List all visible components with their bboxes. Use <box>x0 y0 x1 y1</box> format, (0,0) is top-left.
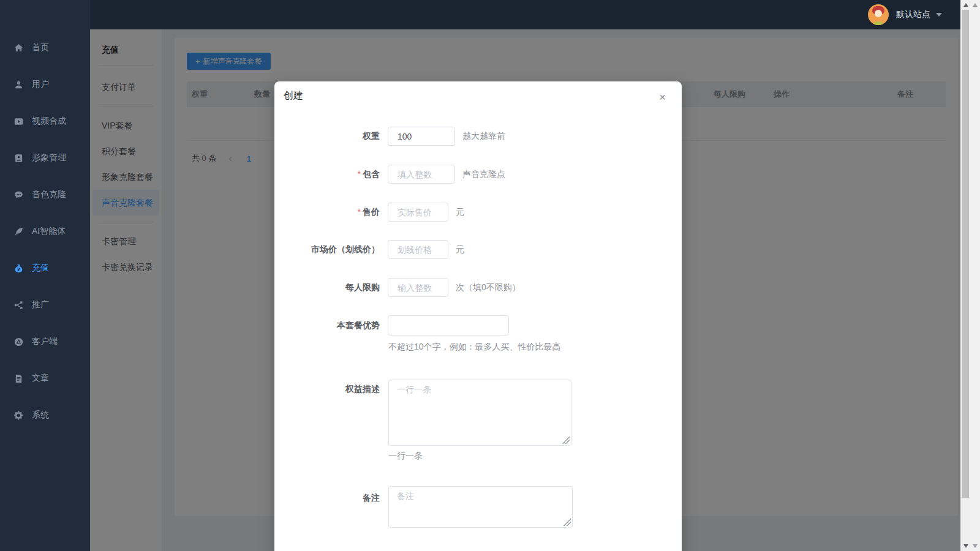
scroll-up-icon[interactable] <box>973 3 978 7</box>
form-row-purchase-limit: 每人限购 次（填0不限购） <box>274 278 682 297</box>
close-icon[interactable]: × <box>659 91 666 103</box>
sidebar-item-ai-agent[interactable]: AI智能体 <box>0 213 90 250</box>
resize-handle-icon[interactable] <box>564 519 571 526</box>
purchase-limit-input[interactable] <box>388 278 448 297</box>
market-price-hint: 元 <box>456 244 464 255</box>
site-selector-label[interactable]: 默认站点 <box>896 9 930 20</box>
sidebar-item-articles[interactable]: 文章 <box>0 360 90 397</box>
create-dialog: 创建 × 权重 越大越靠前 *包含 声音克隆点 *售价 元 市场价（划线价） 元… <box>274 81 682 551</box>
contains-label: *包含 <box>274 169 380 180</box>
browser-scrollbar[interactable] <box>970 0 980 551</box>
main-sidebar: 首页 用户 视频合成 形象管理 音色克隆 AI智能体 充值 推广 <box>0 0 90 551</box>
price-input[interactable] <box>388 203 448 222</box>
dialog-title: 创建 <box>284 89 303 102</box>
avatar-body <box>873 21 883 25</box>
price-label: *售价 <box>274 207 380 218</box>
money-bag-icon <box>13 263 24 274</box>
sidebar-item-label: 音色克隆 <box>32 189 66 200</box>
contains-input[interactable] <box>388 165 455 184</box>
form-row-price: *售价 元 <box>274 203 682 222</box>
form-row-advantage: 本套餐优势 <box>274 315 682 335</box>
user-icon <box>13 80 24 90</box>
sidebar-item-client[interactable]: 客户端 <box>0 323 90 360</box>
weight-label: 权重 <box>274 131 380 142</box>
sidebar-item-label: 用户 <box>32 79 49 90</box>
resize-handle-icon[interactable] <box>562 437 570 444</box>
sidebar-item-label: 视频合成 <box>32 116 66 127</box>
price-hint: 元 <box>456 207 464 218</box>
sidebar-item-system[interactable]: 系统 <box>0 397 90 433</box>
market-price-label: 市场价（划线价） <box>274 244 380 255</box>
app-store-icon <box>13 337 24 347</box>
video-icon <box>13 116 24 127</box>
purchase-limit-hint: 次（填0不限购） <box>456 282 521 293</box>
benefits-hint: 一行一条 <box>388 451 423 462</box>
required-asterisk: * <box>358 207 361 217</box>
purchase-limit-label: 每人限购 <box>274 282 380 293</box>
scroll-up-icon[interactable] <box>963 3 968 7</box>
required-asterisk: * <box>358 169 361 179</box>
weight-hint: 越大越靠前 <box>462 131 505 142</box>
advantage-hint: 不超过10个字，例如：最多人买、性价比最高 <box>388 342 561 353</box>
main-sidebar-nav: 首页 用户 视频合成 形象管理 音色克隆 AI智能体 充值 推广 <box>0 29 90 433</box>
benefits-textarea[interactable] <box>388 380 571 446</box>
speech-bubble-icon <box>13 190 24 200</box>
sidebar-item-label: 首页 <box>32 42 49 53</box>
advantage-label: 本套餐优势 <box>274 320 380 331</box>
sidebar-item-label: AI智能体 <box>32 226 66 237</box>
sidebar-item-recharge[interactable]: 充值 <box>0 250 90 287</box>
sidebar-item-voice-clone[interactable]: 音色克隆 <box>0 176 90 213</box>
sidebar-item-users[interactable]: 用户 <box>0 66 90 103</box>
avatar-face <box>875 10 882 17</box>
home-icon <box>13 43 24 53</box>
chevron-down-icon[interactable] <box>936 13 942 17</box>
document-icon <box>13 373 24 384</box>
gear-icon <box>13 410 24 421</box>
remark-textarea[interactable] <box>388 486 573 528</box>
scrollbar-thumb[interactable] <box>962 10 969 498</box>
portrait-card-icon <box>13 153 24 163</box>
form-row-weight: 权重 越大越靠前 <box>274 127 682 146</box>
scroll-down-icon[interactable] <box>963 544 968 548</box>
share-nodes-icon <box>13 300 24 310</box>
weight-input[interactable] <box>388 127 455 146</box>
sidebar-item-video-compose[interactable]: 视频合成 <box>0 103 90 140</box>
sidebar-item-promotion[interactable]: 推广 <box>0 287 90 323</box>
market-price-input[interactable] <box>388 240 448 259</box>
sidebar-item-label: 推广 <box>32 299 49 310</box>
topbar: 默认站点 <box>90 0 960 29</box>
sidebar-item-label: 系统 <box>32 410 49 421</box>
sidebar-item-label: 充值 <box>32 263 49 274</box>
form-row-contains: *包含 声音克隆点 <box>274 165 682 184</box>
remark-label: 备注 <box>274 493 380 504</box>
benefits-label: 权益描述 <box>274 384 380 395</box>
scroll-down-icon[interactable] <box>973 544 978 548</box>
advantage-input[interactable] <box>388 315 509 335</box>
sidebar-item-image-manage[interactable]: 形象管理 <box>0 140 90 176</box>
feather-icon <box>13 227 24 237</box>
sidebar-item-home[interactable]: 首页 <box>0 29 90 66</box>
avatar[interactable] <box>868 4 889 25</box>
sidebar-item-label: 客户端 <box>32 336 58 347</box>
sidebar-item-label: 文章 <box>32 373 49 384</box>
contains-hint: 声音克隆点 <box>462 169 505 180</box>
modal-scrollbar[interactable] <box>960 0 970 551</box>
sidebar-item-label: 形象管理 <box>32 152 66 163</box>
form-row-market-price: 市场价（划线价） 元 <box>274 240 682 259</box>
